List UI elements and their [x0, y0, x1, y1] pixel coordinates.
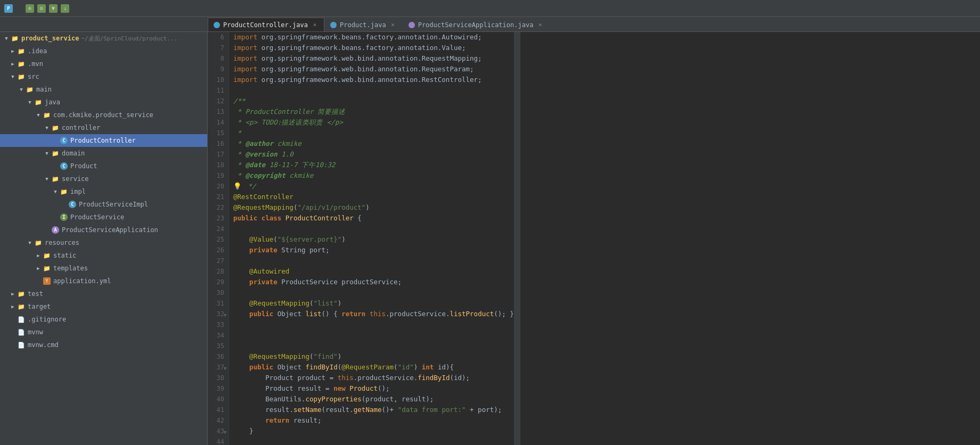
- token: setName: [293, 406, 322, 414]
- root-path: ~/桌面/SprinCloud/product...: [81, 35, 177, 43]
- code-line-44: [233, 436, 514, 445]
- token: *: [233, 118, 246, 126]
- code-line-36: @RequestMapping("find"): [233, 351, 514, 362]
- sidebar-item-target[interactable]: ▶📁target: [0, 300, 207, 313]
- arrow-service: ▼: [43, 175, 51, 183]
- project-icon: P: [4, 4, 13, 13]
- label-ProductServiceApplication: ProductServiceApplication: [62, 226, 158, 234]
- sidebar-item-ProductService[interactable]: IProductService: [0, 211, 207, 224]
- tab-tab2[interactable]: Product.java×: [324, 18, 403, 31]
- sidebar-item-controller[interactable]: ▼📁controller: [0, 121, 207, 134]
- token: 简要描述: [317, 108, 345, 116]
- tab-tab3[interactable]: ProductServiceApplication.java×: [403, 18, 550, 31]
- toolbar-icon-3[interactable]: ▼: [49, 4, 58, 13]
- label-idea: .idea: [28, 47, 47, 55]
- token: @RequestMapping: [249, 352, 309, 360]
- sidebar-item-mvnw[interactable]: 📄mvnw: [0, 326, 207, 339]
- token: result: [265, 406, 289, 414]
- class-icon-ProductServiceImpl: C: [68, 200, 77, 209]
- toolbar-icon-4[interactable]: ↓: [61, 4, 69, 13]
- arrow-test: ▶: [9, 290, 17, 298]
- sidebar-item-src[interactable]: ▼📁src: [0, 70, 207, 83]
- label-ProductServiceImpl: ProductServiceImpl: [79, 201, 148, 208]
- sidebar-item-mvn[interactable]: ▶📁.mvn: [0, 57, 207, 70]
- arrow-src: ▼: [9, 72, 17, 81]
- folder-icon-controller: 📁: [51, 123, 60, 132]
- line-num-36: 36: [210, 351, 224, 362]
- token: org.springframework.beans.factory.annota…: [262, 33, 478, 41]
- project-label[interactable]: P: [4, 4, 17, 13]
- sidebar-item-com_ckmike[interactable]: ▼📁com.ckmike.product_service: [0, 109, 207, 121]
- sidebar-item-test[interactable]: ▶📁test: [0, 287, 207, 300]
- tab-close-tab3[interactable]: ×: [536, 21, 544, 29]
- sidebar-item-Product[interactable]: CProduct: [0, 160, 207, 172]
- token: (: [309, 299, 314, 307]
- arrow-target: ▶: [9, 302, 17, 311]
- label-ProductController: ProductController: [70, 137, 136, 144]
- sidebar-item-java[interactable]: ▼📁java: [0, 96, 207, 109]
- folder-icon-target: 📁: [17, 302, 26, 311]
- line-num-22: 22: [210, 202, 224, 213]
- sidebar-item-idea[interactable]: ▶📁.idea: [0, 45, 207, 57]
- token: Product: [265, 384, 293, 392]
- tab-icon-tab3: [409, 22, 415, 28]
- toolbar-icon-2[interactable]: ⚙: [37, 4, 46, 13]
- line-numbers: 6789101112131415161718192021222324252627…: [208, 32, 229, 445]
- class-icon-Product: C: [60, 162, 68, 170]
- folder-icon-resources: 📁: [34, 238, 43, 247]
- token: (result.: [322, 406, 354, 414]
- arrow-java: ▼: [26, 98, 34, 106]
- sidebar-root[interactable]: ▼ 📁 product_service ~/桌面/SprinCloud/prod…: [0, 32, 207, 45]
- tab-tab1[interactable]: ProductController.java×: [208, 18, 324, 31]
- file-icon-mvnw: 📄: [17, 328, 26, 336]
- token: [233, 374, 265, 382]
- sidebar-item-templates[interactable]: ▶📁templates: [0, 262, 207, 275]
- sidebar-item-static[interactable]: ▶📁static: [0, 249, 207, 262]
- toolbar-icon-1[interactable]: ⊕: [26, 4, 34, 13]
- sidebar-item-ProductServiceImpl[interactable]: CProductServiceImpl: [0, 198, 207, 211]
- right-gutter: [514, 32, 520, 445]
- sidebar-item-mvnw_cmd[interactable]: 📄mvnw.cmd: [0, 339, 207, 351]
- line-num-35: 35: [210, 341, 224, 351]
- sidebar-item-domain[interactable]: ▼📁domain: [0, 147, 207, 160]
- line-num-7: 7: [210, 43, 224, 53]
- line-num-37: 37: [210, 362, 224, 373]
- line-num-24: 24: [210, 224, 224, 234]
- token: public: [249, 363, 277, 371]
- sidebar-item-impl[interactable]: ▼📁impl: [0, 185, 207, 198]
- fold-icon-43[interactable]: ▼: [224, 427, 226, 438]
- sidebar-item-application_yml[interactable]: Yapplication.yml: [0, 275, 207, 287]
- sidebar-item-main[interactable]: ▼📁main: [0, 83, 207, 96]
- token: (: [309, 352, 314, 360]
- token: @date: [246, 161, 266, 169]
- token: (id);: [450, 374, 470, 382]
- sidebar-item-service[interactable]: ▼📁service: [0, 172, 207, 185]
- tab-close-tab2[interactable]: ×: [389, 21, 397, 29]
- code-line-8: import org.springframework.web.bind.anno…: [233, 53, 514, 64]
- sidebar-item-resources[interactable]: ▼📁resources: [0, 236, 207, 249]
- line-num-16: 16: [210, 138, 224, 149]
- token: ): [338, 299, 342, 307]
- code-editor[interactable]: 6789101112131415161718192021222324252627…: [208, 32, 980, 445]
- token: import: [233, 44, 262, 52]
- sidebar-item-gitignore[interactable]: 📄.gitignore: [0, 313, 207, 326]
- sidebar-item-ProductServiceApplication[interactable]: AProductServiceApplication: [0, 224, 207, 236]
- code-line-20: 💡 */: [233, 181, 514, 192]
- token: ();: [378, 384, 390, 392]
- token: return: [265, 416, 293, 424]
- arrow-impl: ▼: [51, 187, 60, 196]
- token: Object: [277, 310, 306, 318]
- sidebar-item-ProductController[interactable]: CProductController: [0, 134, 207, 147]
- code-line-41: result.setName(result.getName()+ "data f…: [233, 405, 514, 415]
- code-line-12: /**: [233, 96, 514, 106]
- token: [233, 267, 249, 275]
- token: ): [338, 352, 342, 360]
- folder-icon-templates: 📁: [43, 264, 51, 273]
- token: findById: [305, 363, 337, 371]
- fold-icon-32[interactable]: ▼: [224, 310, 226, 320]
- tab-close-tab1[interactable]: ×: [311, 21, 318, 29]
- code-line-7: import org.springframework.beans.factory…: [233, 43, 514, 53]
- token: *: [233, 129, 241, 137]
- fold-icon-37[interactable]: ▼: [224, 363, 226, 374]
- line-num-43: 43: [210, 426, 224, 436]
